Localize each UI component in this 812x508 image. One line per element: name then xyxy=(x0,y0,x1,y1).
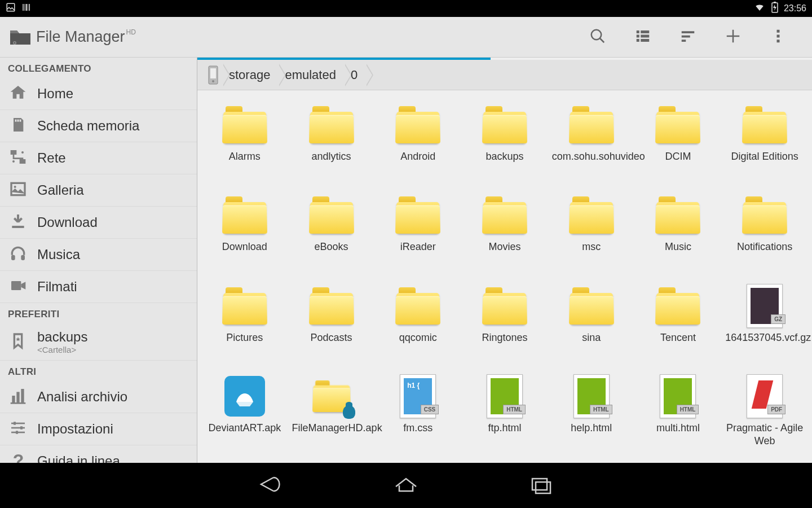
file-item[interactable]: FileManagerHD.apk xyxy=(290,374,373,463)
folder-item[interactable]: Podcasts xyxy=(290,284,373,360)
sort-button[interactable] xyxy=(665,17,710,58)
sidebar-item-sublabel: <Cartella> xyxy=(37,345,87,354)
folder-item[interactable]: Ringtones xyxy=(463,284,546,360)
search-icon xyxy=(589,28,606,47)
sidebar-item-help[interactable]: ? Guida in linea xyxy=(0,445,197,463)
svg-point-9 xyxy=(14,42,15,43)
chart-icon xyxy=(9,387,27,407)
sidebar-item-home[interactable]: Home xyxy=(0,78,197,110)
svg-point-10 xyxy=(592,29,602,40)
folder-item[interactable]: Android xyxy=(376,103,460,178)
svg-rect-17 xyxy=(641,39,649,42)
item-label: Tencent xyxy=(660,331,696,344)
folder-item[interactable]: com.sohu.sohuvideo xyxy=(550,103,633,178)
file-grid[interactable]: AlarmsandlyticsAndroidbackupscom.sohu.so… xyxy=(197,90,812,463)
svg-rect-1 xyxy=(23,4,24,11)
overflow-icon xyxy=(770,28,787,47)
search-button[interactable] xyxy=(575,17,620,58)
folder-icon xyxy=(222,287,267,325)
file-icon: HTML xyxy=(487,374,523,418)
app-brand[interactable]: File ManagerHD xyxy=(0,26,197,49)
add-button[interactable] xyxy=(710,17,756,58)
folder-item[interactable]: Digital Editions xyxy=(723,103,806,178)
folder-item[interactable]: Pictures xyxy=(203,284,286,360)
svg-text:?: ? xyxy=(13,451,24,463)
sidebar-item-analysis[interactable]: Analisi archivio xyxy=(0,381,197,413)
sidebar-item-sdcard[interactable]: Scheda memoria xyxy=(0,110,197,142)
folder-item[interactable]: Movies xyxy=(463,193,546,269)
folder-item[interactable]: DCIM xyxy=(637,103,720,178)
file-item[interactable]: DeviantART.apk xyxy=(203,374,286,463)
help-icon: ? xyxy=(9,451,27,463)
svg-rect-5 xyxy=(29,4,30,11)
file-item[interactable]: h1 {CSSfm.css xyxy=(376,374,460,463)
folder-item[interactable]: Music xyxy=(637,193,720,269)
folder-item[interactable]: msc xyxy=(550,193,633,269)
file-item[interactable]: HTMLftp.html xyxy=(463,374,546,463)
folder-item[interactable]: Alarms xyxy=(203,103,286,178)
file-icon: GZ xyxy=(747,284,783,328)
folder-icon xyxy=(482,287,527,325)
svg-point-32 xyxy=(12,160,15,163)
sidebar-item-fav-backups[interactable]: backups <Cartella> xyxy=(0,323,197,361)
svg-point-31 xyxy=(21,151,24,154)
sidebar-item-settings[interactable]: Impostazioni xyxy=(0,413,197,445)
item-label: Podcasts xyxy=(311,331,352,344)
folder-icon xyxy=(569,287,614,325)
svg-rect-15 xyxy=(641,34,649,37)
svg-rect-27 xyxy=(17,120,19,122)
folder-item[interactable]: iReader xyxy=(376,193,460,269)
svg-rect-53 xyxy=(532,479,547,490)
sidebar-item-music[interactable]: Musica xyxy=(0,239,197,271)
sidebar-item-label: Galleria xyxy=(37,182,84,198)
sidebar-item-video[interactable]: Filmati xyxy=(0,271,197,303)
plus-icon xyxy=(725,28,742,47)
app-title: File Manager xyxy=(36,28,125,45)
svg-rect-54 xyxy=(536,482,550,493)
file-item[interactable]: PDFPragmatic - Agile Web xyxy=(723,374,806,463)
folder-item[interactable]: sina xyxy=(550,284,633,360)
folder-item[interactable]: Tencent xyxy=(637,284,720,360)
file-item[interactable]: HTMLhelp.html xyxy=(550,374,633,463)
folder-item[interactable]: Download xyxy=(203,193,286,269)
svg-rect-16 xyxy=(637,39,639,42)
sidebar-item-download[interactable]: Download xyxy=(0,207,197,239)
nav-recent-button[interactable] xyxy=(524,473,558,498)
svg-point-52 xyxy=(212,80,214,82)
folder-item[interactable]: eBooks xyxy=(290,193,373,269)
item-label: eBooks xyxy=(315,240,348,253)
item-label: qqcomic xyxy=(399,331,437,344)
sidebar-item-network[interactable]: Rete xyxy=(0,142,197,174)
nav-back-button[interactable] xyxy=(254,473,288,498)
overflow-menu-button[interactable] xyxy=(756,17,801,58)
breadcrumb-segment[interactable]: emulated xyxy=(279,64,345,86)
view-mode-button[interactable] xyxy=(620,17,665,58)
sidebar-item-gallery[interactable]: Galleria xyxy=(0,174,197,207)
sidebar-item-label: Analisi archivio xyxy=(37,389,127,405)
folder-item[interactable]: Notifications xyxy=(723,193,806,269)
svg-rect-19 xyxy=(682,35,690,37)
folder-icon xyxy=(655,287,700,325)
folder-icon xyxy=(309,287,354,325)
gallery-icon xyxy=(9,180,27,200)
breadcrumb-device[interactable] xyxy=(203,64,223,86)
item-label: Digital Editions xyxy=(731,150,798,163)
file-item[interactable]: GZ1641537045.vcf.gz xyxy=(723,284,806,360)
nav-home-button[interactable] xyxy=(389,473,423,498)
svg-rect-35 xyxy=(12,226,24,228)
svg-rect-23 xyxy=(777,29,780,32)
svg-rect-25 xyxy=(777,40,780,42)
sidebar-item-label: backups xyxy=(37,329,87,345)
video-icon xyxy=(9,277,27,297)
folder-icon xyxy=(742,106,787,143)
folder-item[interactable]: andlytics xyxy=(290,103,373,178)
svg-line-11 xyxy=(600,38,604,42)
content-area: storage emulated 0 AlarmsandlyticsAndroi… xyxy=(197,58,812,463)
sidebar-item-label: Home xyxy=(37,86,73,102)
svg-rect-41 xyxy=(21,389,24,402)
breadcrumb-segment[interactable]: storage xyxy=(223,64,279,86)
folder-item[interactable]: qqcomic xyxy=(376,284,460,360)
folder-item[interactable]: backups xyxy=(463,103,546,178)
file-item[interactable]: HTMLmulti.html xyxy=(637,374,720,463)
app-title-suffix: HD xyxy=(126,28,136,36)
